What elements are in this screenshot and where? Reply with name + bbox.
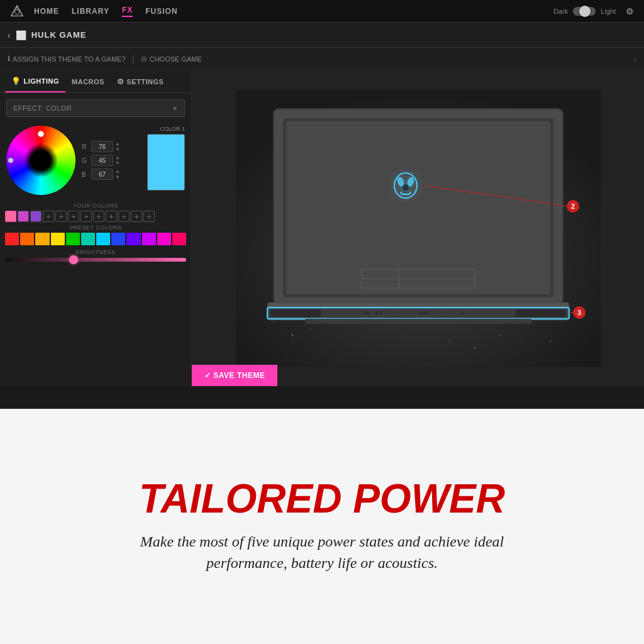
alienware-logo [10,4,24,18]
tab-settings[interactable]: ⚙ SETTINGS [111,70,170,92]
svg-rect-34 [443,312,446,314]
right-panel: 2 [192,70,644,386]
color-wheel-container[interactable] [6,126,75,195]
svg-rect-13 [286,121,550,294]
svg-rect-32 [393,312,396,314]
preset-green[interactable] [66,233,80,245]
brightness-knob [69,255,78,264]
theme-toggle[interactable] [573,7,596,16]
main-layout: 💡 LIGHTING MACROS ⚙ SETTINGS EFFECT: COL… [0,70,644,386]
nav-home[interactable]: HOME [34,7,59,16]
preset-indigo[interactable] [126,233,140,245]
b-label: B [82,171,89,178]
svg-point-1 [14,9,19,14]
color-wheel-handle-top [38,131,44,137]
nav-bar: HOME LIBRARY FX FUSION Dark Light ⚙ [0,0,644,23]
preset-colors-row [0,233,191,245]
r-row: R ▲▼ [82,141,120,152]
add-color-4[interactable]: + [80,211,92,222]
chevron-right-icon: › [634,55,636,63]
g-input[interactable] [91,155,113,166]
r-input[interactable] [91,141,113,152]
save-theme-button[interactable]: ✓ SAVE THEME [192,365,277,386]
svg-point-5 [291,335,293,336]
svg-rect-29 [516,309,566,317]
g-row: G ▲▼ [82,155,120,166]
preset-colors-label: PRESET COLORS [0,225,191,231]
preset-red[interactable] [5,233,19,245]
preset-hot-pink[interactable] [172,233,186,245]
svg-point-9 [499,335,501,336]
add-color-5[interactable]: + [93,211,104,222]
preset-yellow[interactable] [51,233,65,245]
window-icon: ⬜ [16,30,26,40]
nav-library[interactable]: LIBRARY [72,7,109,16]
effect-label: EFFECT: COLOR [13,104,172,112]
b-input[interactable] [91,169,113,180]
settings-tab-icon: ⚙ [117,77,125,86]
tab-macros[interactable]: MACROS [65,70,111,92]
nav-right: Dark Light ⚙ [553,6,634,16]
color-wheel-handle-left [8,158,13,163]
add-color-6[interactable]: + [106,211,117,222]
preset-blue[interactable] [111,233,125,245]
subheader: ‹ ⬜ HULK GAME [0,23,644,48]
g-arrows[interactable]: ▲▼ [115,155,120,166]
your-color-3[interactable] [30,211,42,222]
brightness-section: BRIGHTNESS [0,249,191,262]
r-arrows[interactable]: ▲▼ [115,141,120,152]
bottom-section: TAILORED POWER Make the most of five uni… [0,409,644,644]
separator: | [132,53,135,65]
preset-orange[interactable] [20,233,34,245]
brightness-slider[interactable] [5,258,186,262]
nav-fusion[interactable]: FUSION [145,7,177,16]
add-color-2[interactable]: + [55,211,67,222]
lighting-icon: 💡 [11,77,21,86]
tab-lighting[interactable]: 💡 LIGHTING [5,70,65,92]
laptop-image: 2 [192,70,644,386]
color1-preview: COLOR 1 [147,126,185,195]
choose-game-link[interactable]: ◎ CHOOSE GAME [141,55,202,63]
preset-pink[interactable] [157,233,171,245]
effect-dropdown[interactable]: EFFECT: COLOR ▼ [6,99,185,117]
add-color-8[interactable]: + [131,211,142,222]
svg-rect-31 [374,311,384,316]
your-color-2[interactable] [18,211,29,222]
svg-rect-30 [362,311,371,316]
add-color-7[interactable]: + [118,211,130,222]
svg-rect-35 [459,311,464,316]
svg-point-10 [549,341,551,343]
add-color-3[interactable]: + [68,211,79,222]
preset-violet[interactable] [142,233,156,245]
svg-point-7 [449,341,450,342]
svg-point-21 [387,167,425,204]
preset-amber[interactable] [35,233,49,245]
b-arrows[interactable]: ▲▼ [115,169,120,180]
tab-bar: 💡 LIGHTING MACROS ⚙ SETTINGS [0,70,191,93]
your-color-1[interactable] [5,211,16,222]
color-wheel[interactable] [6,126,75,195]
dropdown-arrow-icon: ▼ [172,105,178,112]
assign-theme-text: ℹ ASSIGN THIS THEME TO A GAME? [8,55,126,63]
light-label: Light [601,8,616,15]
brightness-label: BRIGHTNESS [5,249,186,255]
preset-cyan[interactable] [96,233,110,245]
color1-swatch[interactable] [147,134,185,191]
tailored-power-subtitle: Make the most of five unique power state… [140,531,504,574]
svg-rect-28 [270,309,321,317]
g-label: G [82,157,89,164]
nav-fx[interactable]: FX [122,6,133,17]
back-button[interactable]: ‹ [8,30,11,40]
tailored-power-title: TAILORED POWER [139,479,505,519]
r-label: R [82,143,89,150]
your-colors-row: + + + + + + + + + [0,211,191,222]
top-section: HOME LIBRARY FX FUSION Dark Light ⚙ ‹ ⬜ … [0,0,644,409]
b-row: B ▲▼ [82,169,120,180]
preset-teal[interactable] [81,233,95,245]
your-colors-label: YOUR COLORS [0,203,191,209]
laptop-svg: 2 [236,90,601,367]
add-color-1[interactable]: + [43,211,54,222]
svg-text:3: 3 [577,309,580,316]
add-color-9[interactable]: + [143,211,155,222]
settings-icon[interactable]: ⚙ [626,6,634,16]
